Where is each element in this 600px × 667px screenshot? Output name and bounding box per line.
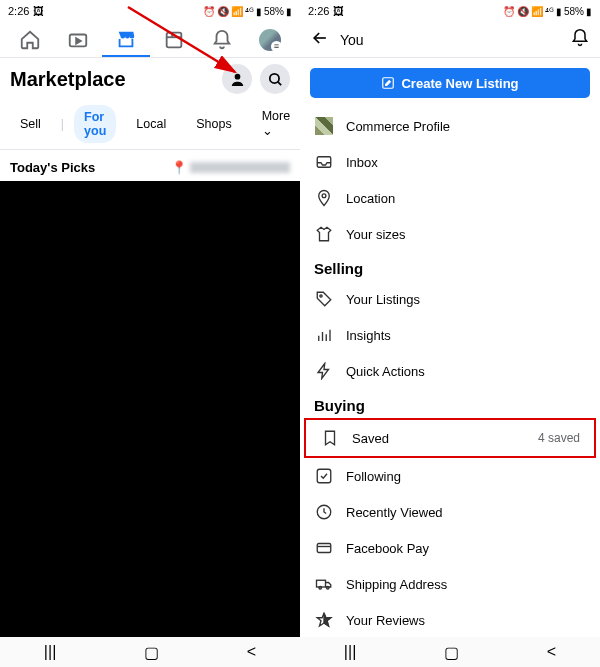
location-pin-icon[interactable]: 📍: [171, 160, 187, 175]
signal-icon: ▮: [256, 6, 262, 17]
tab-menu[interactable]: ≡: [246, 22, 294, 57]
clock-icon: [314, 503, 334, 521]
item-sizes[interactable]: Your sizes: [300, 216, 600, 252]
mute-icon: 🔇: [517, 6, 529, 17]
android-nav-right: ||| ▢ <: [300, 637, 600, 667]
item-facebook-pay[interactable]: Facebook Pay: [300, 530, 600, 566]
marketplace-header: Marketplace: [0, 58, 300, 100]
filter-sell[interactable]: Sell: [10, 112, 51, 136]
card-icon: [314, 539, 334, 557]
svg-rect-15: [317, 469, 331, 483]
wifi-icon: 📶: [531, 6, 543, 17]
svg-point-10: [320, 295, 322, 297]
chevron-down-icon: ⌄: [262, 124, 273, 138]
create-listing-button[interactable]: Create New Listing: [310, 68, 590, 98]
tab-marketplace[interactable]: [102, 22, 150, 57]
alarm-icon: ⏰: [503, 6, 515, 17]
filter-local[interactable]: Local: [126, 112, 176, 136]
saved-count: 4 saved: [538, 431, 580, 445]
svg-point-4: [234, 73, 240, 79]
svg-point-20: [319, 586, 322, 589]
svg-point-21: [326, 586, 329, 589]
svg-line-6: [277, 81, 281, 85]
section-selling: Selling: [300, 252, 600, 281]
nav-recent[interactable]: |||: [344, 643, 356, 661]
item-insights[interactable]: Insights: [300, 317, 600, 353]
nav-home[interactable]: ▢: [144, 643, 159, 662]
filter-more[interactable]: More ⌄: [252, 104, 300, 143]
search-button[interactable]: [260, 64, 290, 94]
item-inbox[interactable]: Inbox: [300, 144, 600, 180]
nav-home[interactable]: ▢: [444, 643, 459, 662]
check-box-icon: [314, 467, 334, 485]
svg-rect-8: [317, 157, 331, 168]
status-time: 2:26: [8, 5, 29, 17]
item-commerce-profile[interactable]: Commerce Profile: [300, 108, 600, 144]
page-title: Marketplace: [10, 68, 214, 91]
filter-shops[interactable]: Shops: [186, 112, 241, 136]
location-blurred[interactable]: [190, 162, 290, 173]
right-screenshot: 2:26 🖼 ⏰ 🔇 📶 ⁴ᴳ ▮ 58% ▮ You Create New L…: [300, 0, 600, 667]
location-icon: [314, 189, 334, 207]
battery-pct: 58%: [564, 6, 584, 17]
status-bar-right: 2:26 🖼 ⏰ 🔇 📶 ⁴ᴳ ▮ 58% ▮: [300, 0, 600, 22]
tab-notifications[interactable]: [198, 22, 246, 57]
bookmark-icon: [320, 429, 340, 447]
notification-bell-icon[interactable]: [570, 28, 590, 52]
status-indicator: 🖼: [33, 5, 44, 17]
tab-watch[interactable]: [54, 22, 102, 57]
picks-title: Today's Picks: [10, 160, 171, 175]
section-buying: Buying: [300, 389, 600, 418]
svg-point-9: [322, 194, 326, 198]
nav-back[interactable]: <: [547, 643, 556, 661]
back-button[interactable]: [310, 28, 330, 52]
battery-icon: ▮: [586, 6, 592, 17]
bolt-icon: [314, 362, 334, 380]
tab-news[interactable]: [150, 22, 198, 57]
nav-back[interactable]: <: [247, 643, 256, 661]
you-header: You: [300, 22, 600, 58]
person-button[interactable]: [222, 64, 252, 94]
you-scroll[interactable]: Create New Listing Commerce Profile Inbo…: [300, 58, 600, 667]
status-time: 2:26: [308, 5, 329, 17]
filter-foryou[interactable]: For you: [74, 105, 116, 143]
profile-icon: [314, 117, 334, 135]
tab-home[interactable]: [6, 22, 54, 57]
mute-icon: 🔇: [217, 6, 229, 17]
lte-icon: ⁴ᴳ: [545, 6, 554, 17]
battery-pct: 58%: [264, 6, 284, 17]
status-indicator: 🖼: [333, 5, 344, 17]
filter-row: Sell | For you Local Shops More ⌄: [0, 100, 300, 147]
item-location[interactable]: Location: [300, 180, 600, 216]
star-icon: [314, 611, 334, 629]
item-quick-actions[interactable]: Quick Actions: [300, 353, 600, 389]
alarm-icon: ⏰: [203, 6, 215, 17]
signal-icon: ▮: [556, 6, 562, 17]
item-saved[interactable]: Saved 4 saved: [304, 418, 596, 458]
lte-icon: ⁴ᴳ: [245, 6, 254, 17]
nav-recent[interactable]: |||: [44, 643, 56, 661]
item-shipping[interactable]: Shipping Address: [300, 566, 600, 602]
item-your-listings[interactable]: Your Listings: [300, 281, 600, 317]
item-recently-viewed[interactable]: Recently Viewed: [300, 494, 600, 530]
item-reviews[interactable]: Your Reviews: [300, 602, 600, 638]
shirt-icon: [314, 225, 334, 243]
create-listing-label: Create New Listing: [401, 76, 518, 91]
left-screenshot: 2:26 🖼 ⏰ 🔇 📶 ⁴ᴳ ▮ 58% ▮: [0, 0, 300, 667]
content-placeholder: [0, 181, 300, 667]
status-bar-left: 2:26 🖼 ⏰ 🔇 📶 ⁴ᴳ ▮ 58% ▮: [0, 0, 300, 22]
android-nav-left: ||| ▢ <: [0, 637, 300, 667]
tag-icon: [314, 290, 334, 308]
svg-rect-1: [167, 32, 182, 47]
inbox-icon: [314, 153, 334, 171]
chart-icon: [314, 326, 334, 344]
wifi-icon: 📶: [231, 6, 243, 17]
item-following[interactable]: Following: [300, 458, 600, 494]
svg-rect-17: [317, 544, 331, 553]
truck-icon: [314, 575, 334, 593]
you-title: You: [340, 32, 560, 48]
picks-header: Today's Picks 📍: [0, 152, 300, 181]
battery-icon: ▮: [286, 6, 292, 17]
main-tab-bar: ≡: [0, 22, 300, 58]
